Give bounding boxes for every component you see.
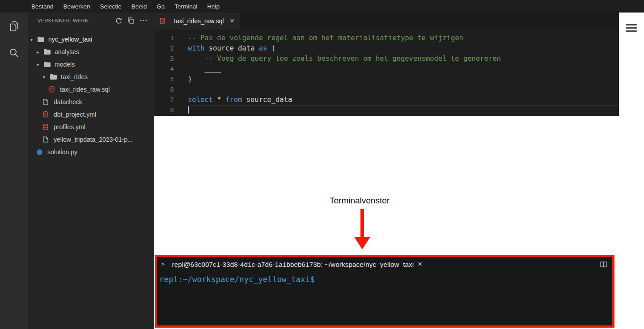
py-file-icon <box>37 149 45 155</box>
tree-item-datacheck[interactable]: datacheck <box>28 96 154 108</box>
explorer-header: VERKENNER: WERK... ··· <box>28 13 154 29</box>
more-actions-icon[interactable]: ··· <box>140 18 148 23</box>
terminal-close-icon[interactable]: × <box>418 260 422 269</box>
folder-icon <box>44 62 52 67</box>
menu-item-bewerken[interactable]: Bewerken <box>59 3 95 10</box>
line-content: select * from source_data <box>188 95 619 105</box>
chevron-right-icon: ▸ <box>37 50 44 55</box>
folder-icon <box>50 74 58 80</box>
line-number: 2 <box>154 43 174 54</box>
menu-item-bestand[interactable]: Bestand <box>26 3 59 10</box>
tree-item-taxi-rides[interactable]: ▾taxi_rides <box>28 71 154 83</box>
code-line-7[interactable]: 7select * from source_data <box>154 95 619 105</box>
line-content: ____ <box>188 64 619 74</box>
chevron-down-icon: ▾ <box>30 37 38 42</box>
sql-file-icon <box>160 18 168 24</box>
chevron-down-icon: ▾ <box>37 62 44 67</box>
tree-item-label: yellow_tripdata_2023-01-p... <box>54 136 133 143</box>
file-file-icon <box>43 99 51 105</box>
line-number: 4 <box>154 64 174 74</box>
tree-item-label: taxi_rides_raw.sql <box>60 86 110 93</box>
line-content <box>188 84 619 95</box>
code-line-1[interactable]: 1-- Pas de volgende regel aan om het mat… <box>154 33 619 43</box>
folder-icon <box>38 37 46 42</box>
yml-file-icon <box>43 124 51 130</box>
chevron-down-icon: ▾ <box>43 75 50 80</box>
tree-item-yellow-tripdata-2023-01-p-[interactable]: yellow_tripdata_2023-01-p... <box>28 133 154 146</box>
terminal-panel: >_ repl@63c007c1-33d8-4d1c-a7d6-1a1bbeb6… <box>155 255 614 328</box>
line-content: with source_data as ( <box>188 43 619 54</box>
tab-taxi-rides-raw-sql[interactable]: taxi_rides_raw.sql × <box>154 13 240 30</box>
yml-file-icon <box>43 111 51 118</box>
line-number: 1 <box>154 33 174 43</box>
search-icon[interactable] <box>0 39 28 66</box>
tree-item-taxi-rides-raw-sql[interactable]: taxi_rides_raw.sql <box>28 83 154 96</box>
close-icon[interactable]: × <box>230 17 234 25</box>
folder-icon <box>44 49 52 55</box>
split-panel-icon[interactable] <box>600 262 607 267</box>
tab-bar: taxi_rides_raw.sql × <box>154 13 619 30</box>
explorer-sidebar: VERKENNER: WERK... ··· ▾nyc_yellow_taxi▸… <box>28 13 154 329</box>
code-line-6[interactable]: 6 <box>154 84 619 95</box>
tree-item-label: taxi_rides <box>61 73 88 80</box>
menu-item-ga[interactable]: Ga <box>152 3 169 10</box>
tree-item-solution-py[interactable]: solution.py <box>28 146 154 158</box>
line-number: 7 <box>154 95 174 105</box>
annotation-arrowhead-icon <box>354 237 370 249</box>
menu-item-beeld[interactable]: Beeld <box>127 3 152 10</box>
code-line-3[interactable]: 3 -- Voeg de query toe zoals beschreven … <box>154 54 619 64</box>
tree-item-analyses[interactable]: ▸analyses <box>28 46 154 58</box>
menu-icon[interactable] <box>626 24 637 34</box>
new-file-icon[interactable] <box>128 17 134 24</box>
tree-item-dbt-project-yml[interactable]: dbt_project.yml <box>28 108 154 121</box>
tree-item-label: profiles.yml <box>54 123 85 131</box>
terminal-output[interactable]: repl:~/workspace/nyc_yellow_taxi$ <box>157 271 612 284</box>
right-panel <box>619 13 644 329</box>
terminal-title: repl@63c007c1-33d8-4d1c-a7d6-1a1bbeb6173… <box>172 261 414 268</box>
line-content: -- Voeg de query toe zoals beschreven om… <box>188 54 619 64</box>
line-number: 6 <box>154 84 174 95</box>
file-tree: ▾nyc_yellow_taxi▸analyses▾models▾taxi_ri… <box>28 33 154 158</box>
menu-item-terminal[interactable]: Terminal <box>169 3 202 10</box>
tree-item-label: models <box>55 61 75 68</box>
line-number: 5 <box>154 74 174 84</box>
file-file-icon <box>43 136 51 143</box>
tree-item-label: dbt_project.yml <box>54 111 96 118</box>
annotation-label: Terminalvenster <box>330 196 390 206</box>
code-line-5[interactable]: 5) <box>154 74 619 84</box>
line-content: -- Pas de volgende regel aan om het mate… <box>188 33 619 43</box>
explorer-title: VERKENNER: WERK... <box>38 18 115 23</box>
text-cursor <box>188 106 189 114</box>
tree-item-label: solution.py <box>47 148 77 156</box>
terminal-tab[interactable]: >_ repl@63c007c1-33d8-4d1c-a7d6-1a1bbeb6… <box>157 257 612 271</box>
sql-file-icon <box>49 86 57 93</box>
tab-label: taxi_rides_raw.sql <box>174 17 224 25</box>
tree-item-nyc-yellow-taxi[interactable]: ▾nyc_yellow_taxi <box>28 33 154 46</box>
line-content <box>188 105 619 115</box>
refresh-icon[interactable] <box>115 17 122 24</box>
code-editor[interactable]: 1-- Pas de volgende regel aan om het mat… <box>154 30 619 116</box>
explorer-icon[interactable] <box>0 13 28 39</box>
tree-item-models[interactable]: ▾models <box>28 58 154 71</box>
menu-item-help[interactable]: Help <box>202 3 225 10</box>
menu-item-selectie[interactable]: Selectie <box>95 3 127 10</box>
terminal-prompt: repl:~/workspace/nyc_yellow_taxi$ <box>159 275 315 284</box>
tree-item-label: analyses <box>55 48 79 55</box>
code-line-4[interactable]: 4 ____ <box>154 64 619 74</box>
line-number: 3 <box>154 54 174 64</box>
line-number: 8 <box>154 105 174 115</box>
code-line-8[interactable]: 8 <box>154 105 619 115</box>
activity-bar <box>0 13 28 329</box>
tree-item-label: nyc_yellow_taxi <box>48 36 92 43</box>
annotation-arrow <box>360 209 364 238</box>
menu-bar: BestandBewerkenSelectieBeeldGaTerminalHe… <box>0 0 644 13</box>
terminal-prompt-icon: >_ <box>161 261 168 267</box>
ide-screen: BestandBewerkenSelectieBeeldGaTerminalHe… <box>0 0 644 329</box>
tree-item-label: datacheck <box>54 98 82 105</box>
code-line-2[interactable]: 2with source_data as ( <box>154 43 619 54</box>
line-content: ) <box>188 74 619 84</box>
tree-item-profiles-yml[interactable]: profiles.yml <box>28 121 154 133</box>
